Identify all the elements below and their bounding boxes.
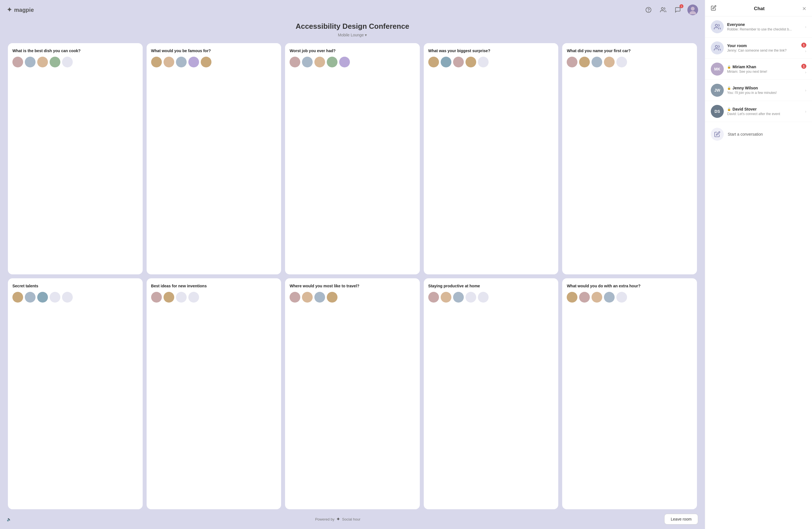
avatar — [37, 57, 48, 67]
chat-item-your-room[interactable]: Your room Jenny: Can someone send me the… — [705, 38, 812, 59]
powered-by-text: Powered by — [315, 517, 335, 521]
avatar — [453, 292, 464, 303]
title-section: Accessibility Design Conference Mobile L… — [0, 20, 705, 43]
chat-name: 🔒 Miriam Khan — [727, 65, 798, 69]
card-title: What is the best dish you can cook? — [12, 48, 138, 53]
everyone-avatar — [711, 20, 724, 33]
start-conversation[interactable]: Start a conversation — [705, 122, 812, 146]
chat-item-jenny[interactable]: JW 🔒 Jenny Wilson You: I'll join you in … — [705, 80, 812, 101]
cards-grid: What is the best dish you can cook? What… — [0, 43, 705, 509]
card-extra-hour[interactable]: What would you do with an extra hour? — [562, 278, 697, 510]
avatar-placeholder — [176, 292, 187, 303]
compose-icon[interactable] — [711, 5, 716, 12]
chat-info-your-room: Your room Jenny: Can someone send me the… — [727, 43, 798, 53]
header-icons: 1 — [643, 4, 698, 15]
card-first-car[interactable]: What did you name your first car? — [562, 43, 697, 274]
chat-meta: › — [805, 88, 806, 92]
avatar — [290, 292, 300, 303]
card-famous[interactable]: What would you be famous for? — [147, 43, 281, 274]
chat-header: Chat ✕ — [705, 0, 812, 16]
card-title: What did you name your first car? — [567, 48, 693, 53]
card-best-ideas[interactable]: Best ideas for new inventions — [147, 278, 281, 510]
chat-info-everyone: Everyone Robbie: Remember to use the che… — [727, 22, 801, 31]
avatar-placeholder — [62, 57, 73, 67]
chat-header-left — [711, 5, 716, 12]
avatar-placeholder — [49, 292, 60, 303]
card-worst-job[interactable]: Worst job you ever had? — [285, 43, 420, 274]
chat-info-jenny: 🔒 Jenny Wilson You: I'll join you in a f… — [727, 86, 801, 95]
avatar — [25, 57, 35, 67]
avatar — [176, 57, 187, 67]
svg-point-3 — [691, 7, 694, 11]
avatar — [12, 57, 23, 67]
unread-badge: 1 — [801, 43, 806, 48]
lock-icon: 🔒 — [727, 86, 731, 90]
avatar — [151, 292, 162, 303]
avatar — [290, 57, 300, 67]
svg-point-2 — [662, 8, 663, 10]
chat-name: Your room — [727, 43, 798, 48]
chat-list: Everyone Robbie: Remember to use the che… — [705, 16, 812, 529]
lock-icon: 🔒 — [727, 65, 731, 69]
chat-meta: 1 › — [801, 64, 806, 74]
chat-name: 🔒 Jenny Wilson — [727, 86, 801, 90]
close-icon[interactable]: ✕ — [802, 6, 806, 12]
card-title: Worst job you ever had? — [290, 48, 415, 53]
chat-preview: Jenny: Can someone send me the link? — [727, 48, 798, 53]
avatar — [302, 292, 313, 303]
logo: ✦ magpie — [7, 6, 34, 14]
avatar — [592, 57, 602, 67]
chevron-down-icon: ▾ — [365, 33, 367, 37]
chat-panel: Chat ✕ Everyone Robbie: Remember to use … — [705, 0, 812, 529]
chat-meta: › — [805, 109, 806, 114]
avatar-placeholder — [616, 292, 627, 303]
avatar — [188, 57, 199, 67]
logo-icon: ✦ — [7, 6, 12, 14]
header: ✦ magpie — [0, 0, 705, 20]
card-title: What would you be famous for? — [151, 48, 277, 53]
chat-item-everyone[interactable]: Everyone Robbie: Remember to use the che… — [705, 16, 812, 38]
card-biggest-surprise[interactable]: What was your biggest surprise? — [424, 43, 559, 274]
chat-icon[interactable]: 1 — [673, 5, 683, 15]
card-title: What was your biggest surprise? — [428, 48, 554, 53]
svg-point-5 — [715, 24, 717, 27]
volume-icon[interactable]: 🔈 — [7, 517, 11, 521]
card-avatars — [12, 292, 138, 303]
card-secret-talents[interactable]: Secret talents — [8, 278, 143, 510]
chat-preview: Robbie: Remember to use the checklist b.… — [727, 27, 801, 31]
avatar — [25, 292, 35, 303]
chevron-right-icon: › — [805, 109, 806, 114]
avatar — [465, 57, 476, 67]
people-icon[interactable] — [658, 5, 668, 15]
avatar — [604, 57, 615, 67]
avatar-placeholder — [62, 292, 73, 303]
chat-item-miriam[interactable]: MK 🔒 Miriam Khan Miriam: See you next ti… — [705, 59, 812, 80]
chat-name: 🔒 David Stover — [727, 107, 801, 111]
main-area: ✦ magpie — [0, 0, 705, 529]
chat-meta: › — [805, 25, 806, 29]
chat-name: Everyone — [727, 22, 801, 27]
help-icon[interactable] — [643, 5, 654, 15]
miriam-avatar: MK — [711, 62, 724, 75]
leave-room-button[interactable]: Leave room — [664, 514, 698, 525]
avatar — [37, 292, 48, 303]
chat-item-david[interactable]: DS 🔒 David Stover David: Let's connect a… — [705, 101, 812, 122]
card-title: What would you do with an extra hour? — [567, 283, 693, 288]
card-best-dish[interactable]: What is the best dish you can cook? — [8, 43, 143, 274]
card-travel[interactable]: Where would you most like to travel? — [285, 278, 420, 510]
lock-icon: 🔒 — [727, 108, 731, 111]
avatar-placeholder — [478, 292, 489, 303]
your-room-avatar — [711, 41, 724, 54]
avatar — [314, 292, 325, 303]
lounge-selector[interactable]: Mobile Lounge ▾ — [338, 33, 367, 37]
unread-badge: 1 — [801, 64, 806, 69]
avatar — [12, 292, 23, 303]
card-productive[interactable]: Staying productive at home — [424, 278, 559, 510]
avatar — [327, 57, 337, 67]
avatar — [327, 292, 337, 303]
avatar — [441, 57, 451, 67]
user-avatar[interactable] — [687, 4, 698, 15]
avatar — [567, 292, 577, 303]
jenny-avatar: JW — [711, 84, 724, 97]
chat-info-david: 🔒 David Stover David: Let's connect afte… — [727, 107, 801, 116]
